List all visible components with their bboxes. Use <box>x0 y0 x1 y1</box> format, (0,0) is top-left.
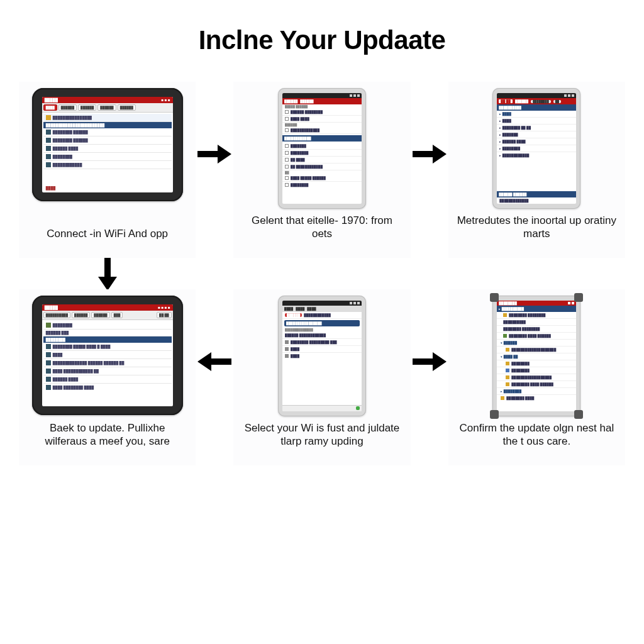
page-title: Inclne Your Updaate <box>0 0 644 55</box>
step-caption: Gelent that eitelle- 1970: from oets <box>240 209 404 252</box>
step-caption: Connect -in WiFi And opp <box>44 222 170 252</box>
step-caption: Baek to update. Pullixhe wilferaus a mee… <box>25 416 189 460</box>
step-2: ████████████ █████ ██████ ██████ ███████… <box>233 82 410 258</box>
arrow-down-icon <box>19 258 196 289</box>
tablet-screen: █████■ ■ ■ ████████████████████████████ … <box>42 97 173 192</box>
step-caption: Select your Wi is fust and juldate tlarp… <box>240 416 404 460</box>
phone-device: ████████████ █████ ██████ ██████ ███████… <box>278 88 366 209</box>
arrow-left-icon <box>196 289 233 465</box>
step-caption: Confirm the update olgn nest hal the t o… <box>455 416 619 460</box>
steps-grid: █████■ ■ ■ ████████████████████████████ … <box>19 82 625 465</box>
phone-device: ██ ██████████████████ ██████████ ▸ ████ … <box>492 88 580 209</box>
step-3: ██ ██████████████████ ██████████ ▸ ████ … <box>448 82 625 258</box>
arrow-right-icon <box>411 82 448 258</box>
arrow-right-icon <box>196 82 233 258</box>
tablet-device: █████■ ■ ■ ████████████████████████████ … <box>32 88 183 201</box>
step-1: █████■ ■ ■ ████████████████████████████ … <box>19 82 196 258</box>
step-6: ████████ ▸ ██████████ ████████ ████████ … <box>448 289 625 465</box>
arrow-right-icon <box>411 289 448 465</box>
tablet-device: █████■ ■ ■ ■ █████████████████████████ █… <box>32 296 183 415</box>
step-5: ████████████ ██████████████████ ████████… <box>233 289 410 465</box>
phone-device: ████████ ▸ ██████████ ████████ ████████ … <box>492 296 580 416</box>
step-4: █████■ ■ ■ ■ █████████████████████████ █… <box>19 289 196 465</box>
step-caption: Metredutes the inoortal up oratiny marts <box>455 209 619 252</box>
phone-device: ████████████ ██████████████████ ████████… <box>278 296 366 416</box>
